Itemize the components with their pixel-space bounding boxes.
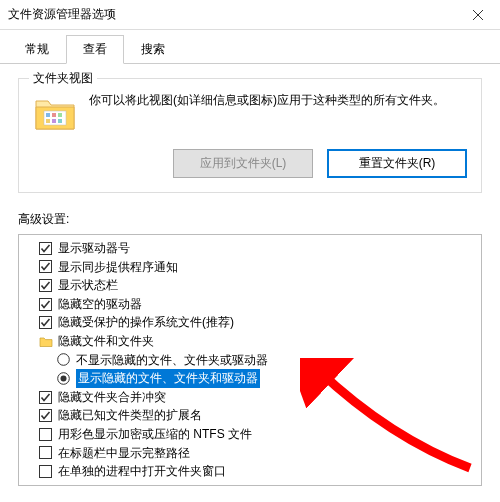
close-button[interactable] xyxy=(455,0,500,30)
folder-view-description: 你可以将此视图(如详细信息或图标)应用于这种类型的所有文件夹。 xyxy=(89,91,467,135)
close-icon xyxy=(473,10,483,20)
option-label: 不显示隐藏的文件、文件夹或驱动器 xyxy=(76,351,268,370)
svg-rect-18 xyxy=(40,447,52,459)
option-label: 隐藏空的驱动器 xyxy=(58,295,142,314)
option-label: 显示驱动器号 xyxy=(58,239,130,258)
reset-folders-button[interactable]: 重置文件夹(R) xyxy=(327,149,467,178)
option-label: 用彩色显示加密或压缩的 NTFS 文件 xyxy=(58,425,252,444)
option-label: 隐藏已知文件类型的扩展名 xyxy=(58,406,202,425)
checkbox-option[interactable]: 隐藏文件夹合并冲突 xyxy=(21,388,479,407)
folder-view-label: 文件夹视图 xyxy=(29,70,97,87)
option-label: 隐藏受保护的操作系统文件(推荐) xyxy=(58,313,234,332)
svg-rect-2 xyxy=(52,113,56,117)
apply-to-folders-button[interactable]: 应用到文件夹(L) xyxy=(173,149,313,178)
option-label: 显示状态栏 xyxy=(58,276,118,295)
advanced-label: 高级设置: xyxy=(18,211,482,228)
radio-option[interactable]: 显示隐藏的文件、文件夹和驱动器 xyxy=(21,369,479,388)
svg-rect-5 xyxy=(52,119,56,123)
tab-content: 文件夹视图 你可以将此视图(如详细信息或图标)应用于这种类型的所有文件夹。 应用… xyxy=(0,64,500,486)
svg-rect-3 xyxy=(58,113,62,117)
option-label: 在单独的进程中打开文件夹窗口 xyxy=(58,462,226,481)
tab-general[interactable]: 常规 xyxy=(8,35,66,64)
tab-bar: 常规 查看 搜索 xyxy=(0,30,500,64)
option-label: 隐藏文件夹合并冲突 xyxy=(58,388,166,407)
window-title: 文件资源管理器选项 xyxy=(8,6,455,23)
folder-icon xyxy=(33,91,77,135)
svg-rect-17 xyxy=(40,428,52,440)
svg-rect-6 xyxy=(58,119,62,123)
folder-view-group: 文件夹视图 你可以将此视图(如详细信息或图标)应用于这种类型的所有文件夹。 应用… xyxy=(18,78,482,193)
checkbox-option[interactable]: 显示驱动器号 xyxy=(21,239,479,258)
radio-option[interactable]: 不显示隐藏的文件、文件夹或驱动器 xyxy=(21,351,479,370)
option-label: 显示同步提供程序通知 xyxy=(58,258,178,277)
tab-search[interactable]: 搜索 xyxy=(124,35,182,64)
option-label: 显示隐藏的文件、文件夹和驱动器 xyxy=(76,369,260,388)
titlebar: 文件资源管理器选项 xyxy=(0,0,500,30)
svg-point-12 xyxy=(58,354,70,366)
tree-folder: 隐藏文件和文件夹 xyxy=(21,332,479,351)
checkbox-option[interactable]: 在标题栏中显示完整路径 xyxy=(21,444,479,463)
svg-point-14 xyxy=(61,375,67,381)
advanced-settings-list[interactable]: 显示驱动器号显示同步提供程序通知显示状态栏隐藏空的驱动器隐藏受保护的操作系统文件… xyxy=(18,234,482,486)
checkbox-option[interactable]: 隐藏已知文件类型的扩展名 xyxy=(21,406,479,425)
checkbox-option[interactable]: 显示同步提供程序通知 xyxy=(21,258,479,277)
checkbox-option[interactable]: 显示状态栏 xyxy=(21,276,479,295)
checkbox-option[interactable]: 隐藏空的驱动器 xyxy=(21,295,479,314)
svg-rect-1 xyxy=(46,113,50,117)
option-label: 隐藏文件和文件夹 xyxy=(58,332,154,351)
checkbox-option[interactable]: 隐藏受保护的操作系统文件(推荐) xyxy=(21,313,479,332)
checkbox-option[interactable]: 用彩色显示加密或压缩的 NTFS 文件 xyxy=(21,425,479,444)
svg-rect-4 xyxy=(46,119,50,123)
option-label: 在标题栏中显示完整路径 xyxy=(58,444,190,463)
tab-view[interactable]: 查看 xyxy=(66,35,124,64)
svg-rect-19 xyxy=(40,465,52,477)
checkbox-option[interactable]: 在单独的进程中打开文件夹窗口 xyxy=(21,462,479,481)
